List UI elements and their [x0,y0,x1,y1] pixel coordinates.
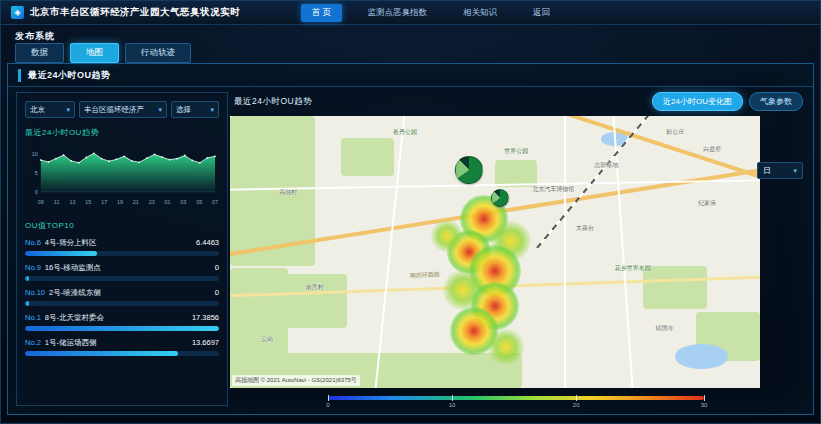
trend-area-chart: 1050091113151719212301030507 [25,141,219,211]
top10-list: No.64号-筛分上料区6.4463No.916号-移动监测点0No.102号-… [25,238,219,356]
tab-2[interactable]: 行动轨迹 [125,43,191,63]
dashboard-root: ◈ 北京市丰台区循环经济产业园大气恶臭状况实时 首 页监测点恶臭指数相关知识返回… [0,0,821,424]
svg-text:05: 05 [196,199,202,205]
top10-row-4[interactable]: No.21号-储运场西侧13.6697 [25,338,219,356]
panel-title: 最近24小时OU趋势 [18,69,111,82]
top10-title: OU值TOP10 [25,220,219,231]
chevron-down-icon: ▾ [158,106,162,114]
svg-text:01: 01 [164,199,170,205]
svg-text:19: 19 [117,199,123,205]
value-bar [25,276,219,281]
filter-value: 丰台区循环经济产 [84,105,144,115]
map-place-label: 云岗 [261,335,273,344]
chevron-down-icon: ▾ [66,106,70,114]
rank-label: No.6 [25,238,41,247]
nav-item-0[interactable]: 首 页 [301,4,342,22]
svg-text:15: 15 [85,199,91,205]
rank-label: No.1 [25,313,41,322]
legend-tick-label: 0 [326,402,329,408]
svg-text:10: 10 [32,151,38,157]
ou-value: 0 [215,288,219,297]
ou-value: 6.4463 [196,238,219,247]
top10-row-1[interactable]: No.916号-移动监测点0 [25,263,219,281]
nav-item-3[interactable]: 返回 [522,4,561,22]
map-place-label: 北京汽车博物馆 [532,185,574,194]
map-place-label: 南宫村 [306,283,324,292]
svg-text:09: 09 [38,199,44,205]
map-place-label: 花乡世界名园 [615,264,651,273]
legend-gradient-bar [328,396,704,400]
legend-tick-mark [452,395,453,401]
rank-label: No.2 [25,338,41,347]
map-attribution: 高德地图 © 2021 AutoNavi - GS(2021)6375号 [232,375,360,386]
svg-text:13: 13 [69,199,75,205]
time-unit-select[interactable]: 日 ▾ [757,162,803,179]
ou-value: 13.6697 [192,338,219,347]
map-place-label: 世界公园 [504,147,528,156]
ou-color-legend: 0102030 [328,394,704,410]
filter-select-1[interactable]: 丰台区循环经济产▾ [79,101,167,118]
map-park-area [251,274,346,328]
top10-row-2[interactable]: No.102号-喷漆线东侧0 [25,288,219,306]
legend-tick-mark [328,395,329,401]
map-canvas[interactable]: 看丹公园郭公庄世界公园白盆窑总部基地北京汽车博物馆纪家庙大葆台花乡世界名园镇国寺… [230,116,760,388]
station-pie-marker[interactable] [455,156,483,184]
svg-text:23: 23 [149,199,155,205]
nav-item-2[interactable]: 相关知识 [452,4,508,22]
tab-0[interactable]: 数据 [15,43,64,63]
station-name: 16号-移动监测点 [45,263,211,273]
filter-select-0[interactable]: 北京▾ [25,101,75,118]
heatmap-blob [488,329,524,365]
trend-chart-svg: 1050091113151719212301030507 [25,141,219,211]
nav-item-1[interactable]: 监测点恶臭指数 [356,4,438,22]
map-place-label: 看丹公园 [393,128,417,137]
app-title: 北京市丰台区循环经济产业园大气恶臭状况实时 [30,6,240,19]
map-button-1[interactable]: 气象参数 [749,92,803,111]
heatmap-blob [431,220,463,252]
svg-text:07: 07 [212,199,218,205]
top-nav: 首 页监测点恶臭指数相关知识返回 [301,3,561,23]
legend-tick-mark [576,395,577,401]
map-road [564,116,566,388]
filter-row: 北京▾丰台区循环经济产▾选择▾ [25,101,219,118]
value-bar [25,351,219,356]
filter-value: 选择 [176,105,191,115]
left-panel: 北京▾丰台区循环经济产▾选择▾ 最近24小时OU趋势 1050091113151… [16,92,228,406]
map-place-label: 大葆台 [576,223,594,232]
top10-row-0[interactable]: No.64号-筛分上料区6.4463 [25,238,219,256]
map-place-label: 纪家庙 [698,199,716,208]
map-road-label: 南四环西路 [410,270,440,281]
svg-text:17: 17 [101,199,107,205]
legend-tick-label: 30 [701,402,708,408]
map-buttons: 近24小时OU变化图气象参数 [652,92,803,111]
chevron-down-icon: ▾ [210,106,214,114]
rank-label: No.10 [25,288,45,297]
map-place-label: 总部基地 [594,160,618,169]
value-bar [25,326,219,331]
station-name: 8号-北天堂村委会 [45,313,188,323]
main-panel: 最近24小时OU趋势 北京▾丰台区循环经济产▾选择▾ 最近24小时OU趋势 10… [7,63,814,415]
svg-text:0: 0 [35,189,38,195]
map-park-area [643,266,707,310]
map-place-label: 高佃村 [279,188,297,197]
value-bar [25,251,219,256]
map-place-label: 郭公庄 [666,128,684,137]
map-road [612,116,635,388]
svg-text:03: 03 [180,199,186,205]
tab-1[interactable]: 地图 [70,43,119,63]
filter-select-2[interactable]: 选择▾ [171,101,219,118]
station-pie-marker[interactable] [491,189,509,207]
map-park-area [341,138,394,176]
trend-chart-title: 最近24小时OU趋势 [25,127,219,138]
view-tabs: 数据地图行动轨迹 [15,43,191,63]
svg-text:11: 11 [54,199,60,205]
chevron-down-icon: ▾ [793,167,797,175]
map-water-area [675,344,728,368]
map-button-0[interactable]: 近24小时OU变化图 [652,92,743,111]
legend-tick-label: 10 [449,402,456,408]
top10-row-3[interactable]: No.18号-北天堂村委会17.3856 [25,313,219,331]
station-name: 1号-储运场西侧 [45,338,188,348]
value-bar [25,301,219,306]
map-place-label: 白盆窑 [703,144,721,153]
panel-header: 最近24小时OU趋势 [8,64,813,87]
